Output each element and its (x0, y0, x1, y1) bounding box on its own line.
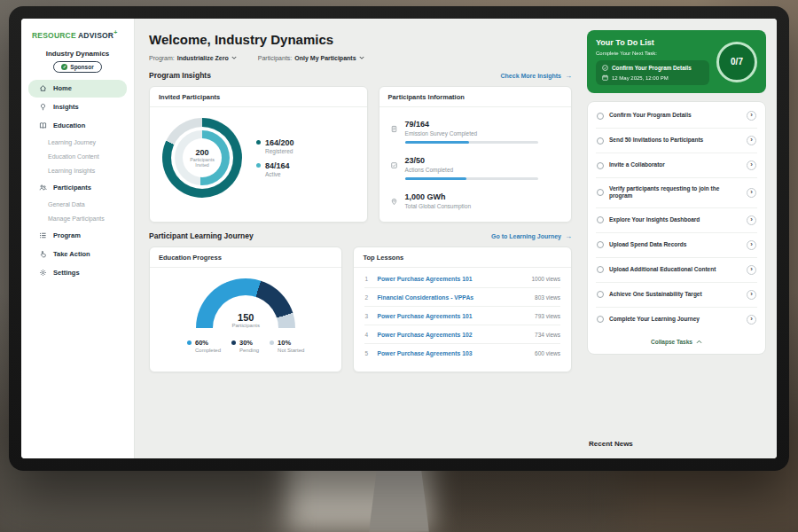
task-chevron-icon[interactable]: › (747, 215, 756, 225)
check-more-insights-link[interactable]: Check More Insights → (501, 72, 572, 80)
task-checkbox[interactable] (597, 162, 604, 169)
hand-icon (39, 250, 47, 258)
legend-completed: 60%Completed (187, 339, 221, 353)
todo-task[interactable]: Achieve One Sustainability Target › (596, 283, 757, 308)
todo-task[interactable]: Complete Your Learning Journey › (596, 308, 757, 332)
sidebar-item-manage-participants[interactable]: Manage Participants (21, 212, 134, 226)
page-title: Welcome, Industry Dynamics (149, 32, 572, 47)
sidebar-item-program[interactable]: Program (28, 227, 127, 245)
lesson-row: 5 Power Purchase Agreements 103 600 view… (364, 344, 560, 362)
legend-dot-active (256, 163, 261, 168)
calendar-icon (602, 74, 608, 81)
next-task-pill[interactable]: Confirm Your Program Details 12 May 2025… (596, 60, 709, 85)
education-progress-card: Education Progress 150 Participants (149, 246, 342, 372)
invited-participants-card: Invited Participants 200 Participants In… (149, 86, 368, 223)
lesson-link[interactable]: Power Purchase Agreements 101 (377, 313, 528, 319)
recent-news-title: Recent News (587, 433, 766, 450)
participants-filter[interactable]: Participants: Only My Participants (258, 55, 364, 61)
collapse-tasks-link[interactable]: Collapse Tasks (596, 332, 757, 352)
program-filter-label: Program: (149, 55, 175, 61)
program-filter[interactable]: Program: Industrialize Zero (149, 55, 237, 61)
todo-header-card: Your To Do List Complete Your Next Task:… (587, 30, 766, 93)
sponsor-badge-label: Sponsor (70, 64, 93, 70)
todo-task[interactable]: Explore Your Insights Dashboard › (596, 208, 757, 233)
participants-information-card: Participants Information 79/164 Emission… (379, 86, 572, 223)
actions-completed-row: 23/50 Actions Completed (390, 151, 560, 187)
task-chevron-icon[interactable]: › (747, 290, 756, 300)
lesson-link[interactable]: Power Purchase Agreements 103 (377, 350, 528, 356)
book-icon (39, 121, 47, 129)
task-checkbox[interactable] (597, 137, 604, 145)
invited-card-title: Invited Participants (150, 87, 367, 107)
lesson-row: 2 Financial Considerations - VPPAs 803 v… (364, 288, 560, 307)
dashboard-screen: RESOURCE ADVISOR+ Industry Dynamics ✓ Sp… (21, 19, 777, 458)
gauge-legend: 60%Completed 30%Pending 10%Not Started (150, 332, 341, 362)
task-chevron-icon[interactable]: › (747, 160, 756, 170)
legend-not-started: 10%Not Started (270, 339, 304, 353)
brand-primary: RESOURCE (32, 31, 76, 40)
sidebar-item-take-action[interactable]: Take Action (28, 246, 127, 263)
task-checkbox[interactable] (597, 291, 604, 298)
task-chevron-icon[interactable]: › (747, 188, 756, 198)
sidebar-item-label: Education (53, 121, 85, 129)
task-chevron-icon[interactable]: › (747, 315, 756, 325)
sidebar-item-label: Settings (53, 269, 80, 277)
lesson-link[interactable]: Power Purchase Agreements 102 (377, 332, 528, 338)
task-chevron-icon[interactable]: › (747, 136, 756, 145)
todo-task[interactable]: Invite a Collaborator › (596, 153, 757, 178)
lightbulb-icon (39, 103, 47, 111)
sidebar-item-general-data[interactable]: General Data (21, 198, 134, 212)
task-chevron-icon[interactable]: › (747, 265, 756, 275)
go-to-learning-journey-label: Go to Learning Journey (491, 233, 561, 239)
sidebar-nav: Home Insights Education Learning Journey… (21, 80, 134, 282)
chevron-down-icon (359, 56, 364, 60)
sponsor-badge[interactable]: ✓ Sponsor (53, 61, 101, 73)
sidebar-item-education-content[interactable]: Education Content (21, 150, 134, 164)
go-to-learning-journey-link[interactable]: Go to Learning Journey → (491, 232, 572, 240)
arrow-right-icon: → (565, 232, 572, 240)
brand-plus: + (113, 29, 117, 35)
sidebar-item-label: Participants (53, 184, 91, 192)
sidebar-item-learning-insights[interactable]: Learning Insights (21, 164, 134, 178)
task-checkbox[interactable] (597, 266, 604, 273)
task-checkbox[interactable] (597, 316, 604, 323)
legend-dot-completed (187, 340, 192, 345)
todo-task[interactable]: Upload Spend Data Records › (596, 233, 757, 258)
legend-dot-not-started (270, 340, 274, 345)
todo-panel: Your To Do List Complete Your Next Task:… (583, 19, 777, 458)
task-checkbox[interactable] (597, 241, 604, 248)
sidebar-item-participants[interactable]: Participants (28, 179, 127, 197)
legend-pending: 30%Pending (231, 339, 259, 353)
task-checkbox[interactable] (597, 216, 604, 223)
todo-task[interactable]: Confirm Your Program Details › (596, 104, 757, 129)
check-more-insights-label: Check More Insights (501, 73, 561, 79)
task-chevron-icon[interactable]: › (747, 240, 756, 250)
arrow-right-icon: → (565, 72, 572, 80)
task-checkbox[interactable] (597, 189, 604, 196)
brand-secondary: ADVISOR (78, 31, 113, 40)
org-name: Industry Dynamics (21, 50, 134, 58)
monitor-stand (369, 466, 429, 532)
todo-task[interactable]: Verify participants requesting to join t… (596, 178, 757, 208)
sidebar-item-home[interactable]: Home (28, 80, 127, 98)
lesson-link[interactable]: Financial Considerations - VPPAs (377, 294, 528, 301)
todo-progress-value: 0/7 (731, 57, 743, 66)
todo-task[interactable]: Send 50 Invitations to Participants › (596, 129, 757, 153)
sidebar-item-insights[interactable]: Insights (28, 98, 127, 116)
todo-task[interactable]: Upload Additional Educational Content › (596, 258, 757, 283)
emission-progress-bar (405, 141, 538, 144)
task-checkbox[interactable] (597, 113, 604, 120)
photo-background: RESOURCE ADVISOR+ Industry Dynamics ✓ Sp… (0, 0, 798, 532)
legend-active: 84/164 Active (256, 161, 294, 177)
lesson-link[interactable]: Power Purchase Agreements 101 (377, 276, 525, 282)
gauge-center-label: 150 Participants (196, 312, 295, 328)
check-circle-icon (602, 65, 608, 71)
emission-survey-row: 79/164 Emission Survey Completed (390, 114, 560, 151)
task-chevron-icon[interactable]: › (747, 111, 756, 121)
sidebar-item-settings[interactable]: Settings (28, 264, 127, 282)
filters-bar: Program: Industrialize Zero Participants… (149, 55, 572, 61)
sidebar-item-education[interactable]: Education (28, 117, 127, 135)
sidebar-item-learning-journey[interactable]: Learning Journey (21, 136, 134, 150)
todo-tasks-card: Confirm Your Program Details › Send 50 I… (587, 101, 766, 355)
gear-icon (39, 269, 47, 277)
